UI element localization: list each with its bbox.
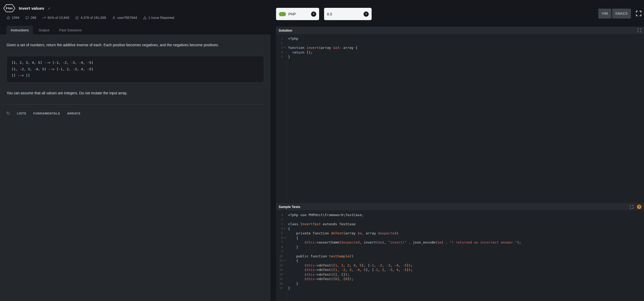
example-code-line: [1, -2, 3, -4, 5] --> [-1, 2, -3, 4, -5] bbox=[11, 66, 259, 73]
line-number: 4 bbox=[276, 227, 283, 231]
code-line[interactable]: 2 bbox=[276, 41, 644, 46]
stat-label: 91% of 10,843 bbox=[48, 16, 69, 20]
code-line[interactable]: 3▾function invert(array $a): array { bbox=[276, 45, 644, 50]
tag-lists[interactable]: LISTS bbox=[17, 112, 26, 115]
tab-output[interactable]: Output bbox=[34, 26, 54, 34]
stat-label: 268 bbox=[31, 16, 36, 20]
code-line[interactable]: 5 private function doTest(array $a, arra… bbox=[276, 231, 644, 236]
fullscreen-icon[interactable] bbox=[636, 10, 642, 16]
fold-spacer bbox=[283, 268, 287, 272]
star-icon bbox=[7, 16, 10, 20]
fold-marker-icon[interactable]: ▾ bbox=[283, 258, 287, 263]
line-number: 4 bbox=[276, 50, 283, 55]
code-line[interactable]: 12 $this->doTest([1, 2, 3, 4, 5], [-1, -… bbox=[276, 263, 644, 268]
solution-editor[interactable]: 1<?php23▾function invert(array $a): arra… bbox=[276, 34, 644, 203]
issue-icon bbox=[143, 16, 147, 20]
tab-past-solutions[interactable]: Past Solutions bbox=[55, 26, 86, 34]
expand-icon[interactable] bbox=[637, 28, 641, 32]
comments-icon bbox=[25, 16, 29, 20]
code-line[interactable]: 1<?php bbox=[276, 36, 644, 41]
stat-item: 91% of 10,843 bbox=[42, 16, 69, 20]
kata-title-row: 8 kyu Invert values ✓ bbox=[0, 0, 271, 12]
kata-title: Invert values bbox=[19, 6, 44, 11]
line-number: 3 bbox=[276, 222, 283, 227]
example-code-line: [1, 2, 3, 4, 5] --> [-1, -2, -3, -4, -5] bbox=[11, 60, 259, 66]
expand-icon[interactable] bbox=[630, 205, 634, 209]
code-line[interactable]: 2 bbox=[276, 217, 644, 222]
line-number: 16 bbox=[276, 281, 283, 286]
fold-spacer bbox=[283, 263, 287, 268]
editor-mode-buttons: VIMEMACS bbox=[598, 9, 631, 19]
svg-text:8 kyu: 8 kyu bbox=[6, 7, 13, 10]
description-intro: Given a set of numbers, return the addit… bbox=[7, 42, 264, 48]
completed-check-icon: ✓ bbox=[48, 6, 51, 10]
code-line[interactable]: 5} bbox=[276, 55, 644, 59]
php-icon bbox=[279, 12, 286, 16]
code-line[interactable]: 4 return []; bbox=[276, 50, 644, 55]
code-line[interactable]: 1<?php use PHPUnit\Framework\TestCase; bbox=[276, 213, 644, 217]
line-number: 2 bbox=[276, 217, 283, 222]
code-line[interactable]: 15 $this->doTest([0], [0]); bbox=[276, 277, 644, 281]
line-number: 1 bbox=[276, 36, 283, 41]
line-number: 8 bbox=[276, 245, 283, 250]
stat-label: 1 Issue Reported bbox=[148, 16, 174, 20]
satisfaction-icon bbox=[42, 16, 46, 20]
line-number: 5 bbox=[276, 55, 283, 59]
code-line-content: { bbox=[287, 227, 290, 231]
code-line-content: } bbox=[287, 286, 290, 291]
code-line[interactable]: 8 } bbox=[276, 245, 644, 250]
code-line[interactable]: 6▾ { bbox=[276, 236, 644, 240]
code-line[interactable]: 17} bbox=[276, 286, 644, 291]
fold-spacer bbox=[283, 41, 287, 46]
line-number: 14 bbox=[276, 272, 283, 277]
chevron-down-icon: ▼ bbox=[364, 11, 369, 17]
vim-mode-button[interactable]: VIM bbox=[598, 9, 611, 19]
sample-tests-editor[interactable]: 1<?php use PHPUnit\Framework\TestCase;23… bbox=[276, 210, 644, 301]
code-line-content: { bbox=[287, 258, 298, 263]
emacs-mode-button[interactable]: EMACS bbox=[612, 9, 631, 19]
help-icon[interactable]: ? bbox=[637, 205, 641, 209]
tab-instructions[interactable]: Instructions bbox=[7, 26, 33, 34]
code-line[interactable]: 9 bbox=[276, 249, 644, 254]
fold-spacer bbox=[283, 240, 287, 245]
code-line[interactable]: 16 } bbox=[276, 281, 644, 286]
line-number: 5 bbox=[276, 231, 283, 236]
instructions-panel: Given a set of numbers, return the addit… bbox=[0, 34, 271, 301]
example-code-block: [1, 2, 3, 4, 5] --> [-1, -2, -3, -4, -5]… bbox=[7, 56, 264, 83]
code-line-content: function invert(array $a): array { bbox=[287, 45, 358, 50]
code-line[interactable]: 7 $this->assertSame($expected, invert($a… bbox=[276, 240, 644, 245]
line-number: 13 bbox=[276, 268, 283, 272]
fold-spacer bbox=[283, 249, 287, 254]
code-line[interactable]: 14 $this->doTest([], []); bbox=[276, 272, 644, 277]
fold-marker-icon[interactable]: ▾ bbox=[283, 236, 287, 240]
stat-label: 4,378 of 191,839 bbox=[80, 16, 106, 20]
code-line[interactable]: 4▾{ bbox=[276, 227, 644, 231]
fold-spacer bbox=[283, 222, 287, 227]
code-line[interactable]: 13 $this->doTest([1, -2, 3, -4, 5], [-1,… bbox=[276, 268, 644, 272]
code-line[interactable]: 11▾ { bbox=[276, 258, 644, 263]
code-line-content: class InvertTest extends TestCase bbox=[287, 222, 355, 227]
line-number: 3 bbox=[276, 45, 283, 50]
line-number: 15 bbox=[276, 277, 283, 281]
line-number: 17 bbox=[276, 286, 283, 291]
code-line-content bbox=[287, 249, 288, 254]
code-line[interactable]: 10 public function testSample() bbox=[276, 254, 644, 259]
version-select[interactable]: 8.0 ▼ bbox=[324, 8, 372, 20]
solution-panel-title: Solution bbox=[279, 28, 637, 32]
line-number: 2 bbox=[276, 41, 283, 46]
fold-marker-icon[interactable]: ▾ bbox=[283, 227, 287, 231]
fold-spacer bbox=[283, 245, 287, 250]
line-number: 6 bbox=[276, 236, 283, 240]
code-line-content: { bbox=[287, 236, 298, 240]
tag-arrays[interactable]: ARRAYS bbox=[67, 112, 80, 115]
fold-spacer bbox=[283, 272, 287, 277]
language-select[interactable]: PHP ▼ bbox=[276, 8, 319, 20]
fold-marker-icon[interactable]: ▾ bbox=[283, 45, 287, 50]
stat-item: 268 bbox=[25, 16, 36, 20]
kata-trainer-page: 8 kyu Invert values ✓ 109426891% of 10,8… bbox=[0, 0, 644, 301]
code-line-content bbox=[287, 217, 288, 222]
completions-icon bbox=[75, 16, 79, 20]
code-line[interactable]: 3class InvertTest extends TestCase bbox=[276, 222, 644, 227]
tag-fundamentals[interactable]: FUNDAMENTALS bbox=[33, 112, 60, 115]
fold-spacer bbox=[283, 213, 287, 217]
